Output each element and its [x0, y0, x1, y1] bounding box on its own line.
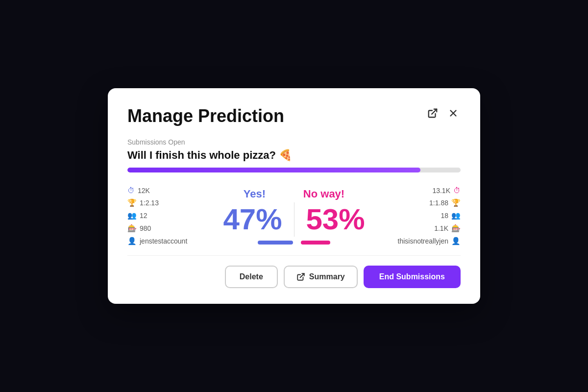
modal-title: Manage Prediction: [127, 106, 284, 126]
trophy-icon: 🏆: [127, 198, 137, 207]
footer-buttons: Delete Summary End Submissions: [127, 255, 461, 288]
delete-button[interactable]: Delete: [225, 266, 278, 288]
users-icon-right: 👥: [451, 211, 461, 220]
yes-bar: [258, 241, 293, 245]
status-label: Submissions Open: [127, 138, 461, 146]
percentages-row: 47% 53%: [206, 202, 382, 237]
modal-overlay: Manage Prediction Submissi: [0, 0, 588, 392]
no-views: 13.1K ⏱: [432, 186, 461, 195]
clock-icon-right: ⏱: [453, 186, 461, 195]
yes-stats-column: ⏱ 12K 🏆 1:2.13 👥 12 🎰 980 👤 jenste: [127, 186, 206, 245]
summary-external-icon: [296, 272, 305, 281]
yes-label: Yes!: [244, 188, 266, 200]
modal-header: Manage Prediction: [127, 106, 461, 126]
external-link-button[interactable]: [425, 106, 440, 123]
yes-percentage: 47%: [206, 202, 290, 236]
close-button[interactable]: [446, 106, 461, 123]
modal-container: Manage Prediction Submissi: [108, 88, 480, 304]
yes-users: 👥 12: [127, 211, 206, 220]
user-icon: 👤: [127, 237, 137, 245]
no-stats-column: 13.1K ⏱ 1:1.88 🏆 18 👥 1.1K 🎰 thisisnotre…: [382, 186, 461, 245]
summary-label: Summary: [309, 272, 345, 281]
vote-bars: [206, 241, 382, 245]
no-label: No way!: [303, 188, 344, 200]
yes-views: ⏱ 12K: [127, 186, 206, 195]
yes-top-user: 👤 jenstestaccount: [127, 237, 206, 245]
no-percentage: 53%: [298, 202, 383, 236]
no-top-user: thisisnotreallyjen 👤: [398, 237, 461, 245]
yes-points: 🎰 980: [127, 224, 206, 233]
svg-line-3: [300, 273, 304, 277]
no-points: 1.1K 🎰: [434, 224, 461, 233]
vote-divider: [294, 202, 294, 237]
summary-button[interactable]: Summary: [284, 266, 358, 288]
coins-icon-right: 🎰: [451, 224, 461, 233]
svg-line-0: [432, 109, 437, 114]
no-users: 18 👥: [441, 211, 461, 220]
user-icon-right: 👤: [451, 237, 461, 245]
end-submissions-button[interactable]: End Submissions: [364, 266, 461, 288]
option-labels: Yes! No way!: [206, 188, 382, 200]
users-icon: 👥: [127, 211, 137, 220]
no-bar: [301, 241, 330, 245]
yes-ratio: 🏆 1:2.13: [127, 198, 206, 207]
progress-bar-container: [127, 168, 461, 172]
no-ratio: 1:1.88 🏆: [429, 198, 461, 207]
clock-icon: ⏱: [127, 186, 135, 195]
modal-actions: [425, 106, 461, 123]
coins-icon: 🎰: [127, 224, 137, 233]
progress-bar-fill: [127, 168, 420, 172]
question-title: Will I finish this whole pizza? 🍕: [127, 149, 461, 162]
trophy-icon-right: 🏆: [451, 198, 461, 207]
center-votes: Yes! No way! 47% 53%: [206, 188, 382, 245]
prediction-stats: ⏱ 12K 🏆 1:2.13 👥 12 🎰 980 👤 jenste: [127, 186, 461, 245]
